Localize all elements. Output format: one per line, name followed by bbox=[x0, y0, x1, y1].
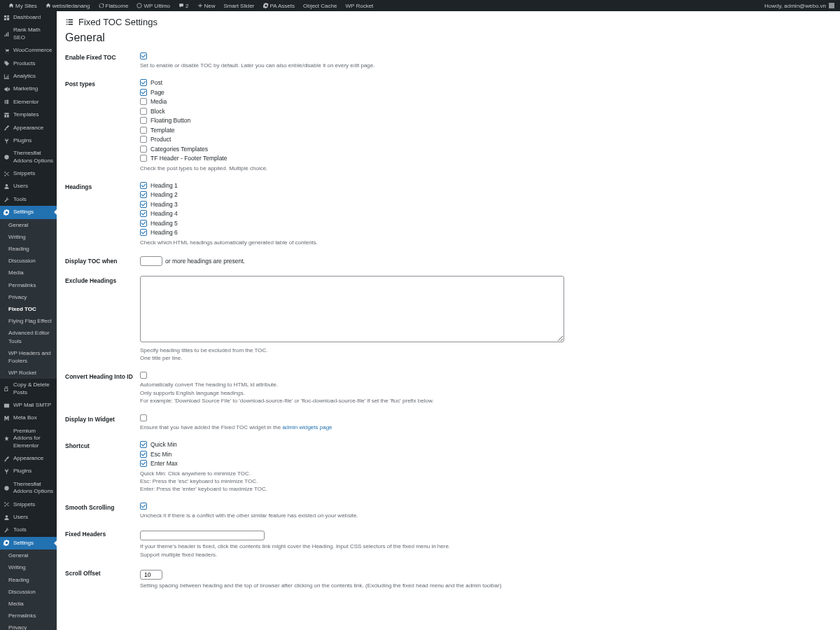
sidebar-item[interactable]: WooCommerce bbox=[0, 44, 57, 57]
heading-checkbox[interactable] bbox=[140, 210, 147, 217]
submenu-item[interactable]: Discussion bbox=[0, 586, 57, 598]
posttype-checkbox[interactable] bbox=[140, 98, 147, 105]
posttype-checkbox[interactable] bbox=[140, 155, 147, 162]
submenu-item[interactable]: Privacy bbox=[0, 622, 57, 630]
topbar-item[interactable]: websitedanang bbox=[43, 3, 93, 9]
posttype-label: Categories Templates bbox=[150, 146, 208, 153]
heading-checkbox[interactable] bbox=[140, 191, 147, 198]
submenu-item[interactable]: Flying Flag Effect bbox=[0, 315, 57, 327]
submenu-item[interactable]: WP Rocket bbox=[0, 367, 57, 379]
convert-checkbox[interactable] bbox=[140, 372, 147, 379]
posttype-checkbox[interactable] bbox=[140, 146, 147, 153]
widget-checkbox[interactable] bbox=[140, 414, 147, 421]
widget-label: Display In Widget bbox=[65, 414, 140, 423]
heading-checkbox[interactable] bbox=[140, 220, 147, 227]
submenu-item[interactable]: Media bbox=[0, 598, 57, 610]
submenu-item[interactable]: Advanced Editor Tools bbox=[0, 327, 57, 346]
shortcut-checkbox[interactable] bbox=[140, 441, 147, 448]
scrolloffset-input[interactable] bbox=[140, 570, 162, 580]
posttype-checkbox[interactable] bbox=[140, 127, 147, 134]
submenu-item[interactable]: Writing bbox=[0, 231, 57, 243]
posttype-checkbox[interactable] bbox=[140, 136, 147, 143]
submenu-item[interactable]: General bbox=[0, 550, 57, 561]
heading-label: Heading 4 bbox=[150, 210, 178, 217]
topbar-item[interactable]: 2 bbox=[176, 3, 191, 9]
topbar-item[interactable]: Object Cache bbox=[300, 3, 340, 9]
heading-checkbox[interactable] bbox=[140, 201, 147, 208]
sidebar-item[interactable]: Dashboard bbox=[0, 11, 57, 24]
heading-checkbox[interactable] bbox=[140, 182, 147, 189]
sidebar-item[interactable]: Elementor bbox=[0, 96, 57, 108]
posttypes-label: Post types bbox=[65, 79, 140, 88]
submenu-item[interactable]: Discussion bbox=[0, 255, 57, 267]
sidebar-item[interactable]: Users bbox=[0, 180, 57, 192]
sidebar-item[interactable]: Templates bbox=[0, 108, 57, 121]
submenu-item[interactable]: Reading bbox=[0, 574, 57, 586]
heading-label: Heading 2 bbox=[150, 191, 178, 198]
shortcut-label: Enter Max bbox=[150, 460, 178, 467]
topbar-item[interactable]: WP Ultimo bbox=[134, 3, 173, 9]
shortcut-label: Esc Min bbox=[150, 451, 172, 458]
user-icon bbox=[4, 183, 10, 190]
sidebar-item[interactable]: Tools bbox=[0, 193, 57, 206]
topbar-item[interactable]: Smart Slider bbox=[221, 3, 258, 9]
submenu-item[interactable]: WP Headers and Footers bbox=[0, 347, 57, 367]
sidebar-item-settings[interactable]: Settings bbox=[0, 206, 57, 218]
topbar-item[interactable]: New bbox=[195, 3, 218, 9]
sidebar-item[interactable]: Snippets bbox=[0, 167, 57, 180]
sidebar-item[interactable]: Themesflat Addons Options bbox=[0, 478, 57, 498]
widget-link[interactable]: admin widgets page bbox=[282, 424, 332, 430]
fixedheaders-desc1: If your theme's header is fixed, click t… bbox=[140, 542, 830, 550]
sidebar-item[interactable]: WP Mail SMTP bbox=[0, 399, 57, 412]
posttype-checkbox[interactable] bbox=[140, 89, 147, 96]
gear-icon bbox=[263, 3, 269, 8]
sidebar-item[interactable]: Plugins bbox=[0, 465, 57, 477]
submenu-item[interactable]: Privacy bbox=[0, 291, 57, 303]
howdy-text[interactable]: Howdy, admin@webo.vn bbox=[764, 3, 826, 9]
submenu-item[interactable]: Fixed TOC bbox=[0, 303, 57, 315]
sidebar-item[interactable]: Marketing bbox=[0, 83, 57, 95]
scrolloffset-label: Scroll Offset bbox=[65, 568, 140, 577]
sidebar-item[interactable]: Snippets bbox=[0, 498, 57, 511]
submenu-item[interactable]: Permalinks bbox=[0, 610, 57, 622]
topbar-item[interactable]: PA Assets bbox=[260, 3, 298, 9]
scrolloffset-desc: Setting spacing between heading and the … bbox=[140, 582, 830, 589]
heading-checkbox[interactable] bbox=[140, 229, 147, 236]
submenu-item[interactable]: Media bbox=[0, 267, 57, 279]
sidebar-item[interactable]: Premium Addons for Elementor bbox=[0, 425, 57, 452]
displaywhen-input[interactable] bbox=[140, 256, 162, 266]
topbar-item[interactable]: My Sites bbox=[6, 3, 40, 9]
enable-checkbox[interactable] bbox=[140, 52, 147, 59]
shortcut-checkbox[interactable] bbox=[140, 451, 147, 458]
sidebar-item-label: Themesflat Addons Options bbox=[13, 150, 53, 164]
sidebar-item-settings-dup[interactable]: Settings bbox=[0, 537, 57, 550]
submenu-item[interactable]: Permalinks bbox=[0, 279, 57, 291]
topbar-item[interactable]: Flatsome bbox=[96, 3, 132, 9]
submenu-item[interactable]: General bbox=[0, 219, 57, 231]
avatar[interactable] bbox=[829, 3, 834, 8]
posttype-checkbox[interactable] bbox=[140, 108, 147, 115]
sidebar-item[interactable]: Products bbox=[0, 57, 57, 70]
sidebar-item[interactable]: Users bbox=[0, 511, 57, 524]
fixedheaders-input[interactable] bbox=[140, 531, 265, 540]
exclude-textarea[interactable] bbox=[140, 276, 564, 342]
sidebar-item[interactable]: Tools bbox=[0, 524, 57, 536]
sidebar-item[interactable]: Rank Math SEO bbox=[0, 24, 57, 44]
submenu-item[interactable]: Reading bbox=[0, 243, 57, 255]
sidebar-item[interactable]: Appearance bbox=[0, 452, 57, 465]
fixedheaders-desc2: Support multiple fixed headers. bbox=[140, 551, 830, 559]
sidebar-item[interactable]: Appearance bbox=[0, 122, 57, 134]
smooth-checkbox[interactable] bbox=[140, 503, 147, 510]
shortcut-checkbox[interactable] bbox=[140, 460, 147, 467]
topbar-item[interactable]: WP Rocket bbox=[342, 3, 376, 9]
posttype-checkbox[interactable] bbox=[140, 117, 147, 124]
submenu-item[interactable]: Writing bbox=[0, 561, 57, 573]
sidebar-item[interactable]: Copy & Delete Posts bbox=[0, 379, 57, 399]
sidebar-item[interactable]: Analytics bbox=[0, 70, 57, 83]
headings-desc: Check which HTML headings automatically … bbox=[140, 239, 830, 246]
sidebar-item-label: Copy & Delete Posts bbox=[13, 382, 53, 396]
posttype-checkbox[interactable] bbox=[140, 79, 147, 86]
sidebar-item[interactable]: Themesflat Addons Options bbox=[0, 147, 57, 167]
sidebar-item[interactable]: Plugins bbox=[0, 134, 57, 147]
sidebar-item[interactable]: Meta Box bbox=[0, 412, 57, 424]
